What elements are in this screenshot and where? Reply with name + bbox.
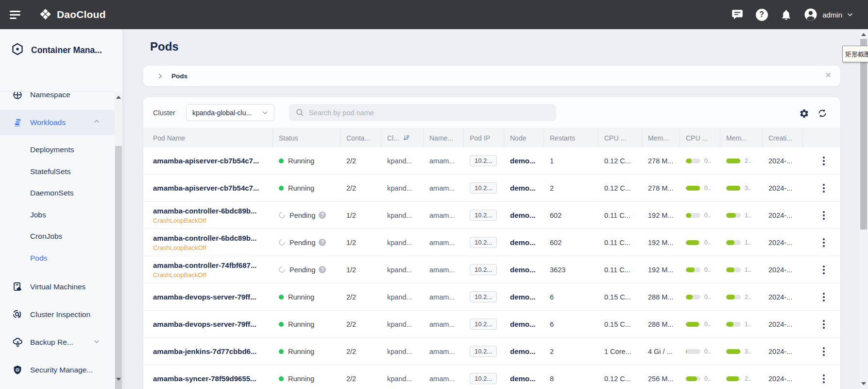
search-input[interactable] bbox=[309, 109, 549, 117]
pod-name-link[interactable]: amamba-controller-6bdc89b... bbox=[153, 207, 256, 215]
table-settings-gear-icon[interactable] bbox=[798, 107, 810, 119]
column-header: Conta... bbox=[340, 128, 381, 147]
node-link[interactable]: demo... bbox=[510, 347, 536, 355]
sort-icon[interactable] bbox=[403, 134, 410, 141]
row-actions-button[interactable] bbox=[821, 182, 827, 194]
node-link[interactable]: demo... bbox=[510, 320, 536, 328]
sidebar-item-pods[interactable]: Pods bbox=[0, 248, 115, 269]
sidebar-item-virtual-machines[interactable]: Virtual Machines bbox=[0, 273, 115, 301]
pod-name-link[interactable]: amamba-devops-server-79ff... bbox=[153, 320, 256, 328]
status-running-dot bbox=[279, 322, 284, 327]
pod-ip-chip[interactable]: 10.2... bbox=[470, 346, 497, 357]
column-header: Mem... bbox=[642, 128, 680, 147]
row-actions-button[interactable] bbox=[821, 236, 827, 249]
actions-cell bbox=[803, 229, 839, 256]
page-scrollbar[interactable] bbox=[859, 29, 868, 389]
pod-ip-chip[interactable]: 10.2... bbox=[470, 182, 497, 194]
table-row: amamba-syncer-78f59d9655...Running2/2kpa… bbox=[143, 365, 840, 389]
sidebar-item-security-management[interactable]: Security Manage... bbox=[0, 356, 115, 384]
pod-ip-chip[interactable]: 10.2... bbox=[470, 264, 497, 275]
pod-name-link[interactable]: amamba-devops-server-79ff... bbox=[153, 293, 256, 301]
mem-request-cell: 278 M... bbox=[642, 175, 680, 201]
status-help-icon[interactable]: ? bbox=[319, 212, 326, 219]
pod-ip-chip[interactable]: 10.2... bbox=[470, 237, 497, 248]
pod-name-link[interactable]: amamba-apiserver-cb7b54c7... bbox=[153, 184, 259, 192]
node-link[interactable]: demo... bbox=[510, 157, 536, 165]
scroll-down-icon[interactable] bbox=[859, 380, 868, 388]
status-pending-spinner bbox=[277, 238, 286, 247]
daocloud-logo-icon: ❖ bbox=[39, 7, 52, 22]
pod-ip-chip[interactable]: 10.2... bbox=[470, 291, 497, 302]
notifications-bell-icon[interactable] bbox=[779, 8, 793, 21]
chevron-down-icon bbox=[262, 109, 268, 116]
row-actions-button[interactable] bbox=[821, 291, 827, 303]
scroll-down-icon[interactable] bbox=[115, 375, 122, 383]
cpu-request-cell: 0.11 C... bbox=[598, 202, 642, 229]
status-help-icon[interactable]: ? bbox=[319, 266, 326, 273]
node-link[interactable]: demo... bbox=[510, 293, 536, 301]
sidebar-scrollbar[interactable] bbox=[115, 92, 122, 389]
sidebar-item-backup-restore[interactable]: Backup Re... bbox=[0, 328, 115, 356]
pod-alert-label: CrashLoopBackOff bbox=[153, 217, 256, 224]
actions-cell bbox=[803, 338, 839, 365]
pod-name-link[interactable]: amamba-controller-74fbf687... bbox=[153, 261, 256, 269]
sidebar-item-workloads[interactable]: Workloads bbox=[0, 110, 115, 135]
backup-restore-icon bbox=[12, 336, 23, 348]
pod-name-link[interactable]: amamba-apiserver-cb7b54c7... bbox=[153, 157, 259, 165]
row-actions-button[interactable] bbox=[821, 345, 827, 358]
breadcrumb[interactable]: Pods bbox=[171, 72, 187, 80]
cluster-cell: kpand... bbox=[381, 311, 424, 337]
node-link[interactable]: demo... bbox=[510, 211, 536, 219]
status-help-icon[interactable]: ? bbox=[319, 239, 326, 246]
sidebar-item-namespace[interactable]: Namespace bbox=[0, 92, 115, 105]
user-menu[interactable]: admin bbox=[803, 7, 853, 22]
sidebar-item-statefulsets[interactable]: StatefulSets bbox=[0, 161, 115, 183]
sidebar-item-daemonsets[interactable]: DaemonSets bbox=[0, 182, 115, 204]
sidebar-item-cluster-inspection[interactable]: Cluster Inspection bbox=[0, 301, 115, 328]
containers-cell: 2/2 bbox=[340, 283, 381, 310]
scroll-up-icon[interactable] bbox=[115, 93, 122, 101]
row-actions-button[interactable] bbox=[821, 155, 827, 167]
pod-ip-chip[interactable]: 10.2... bbox=[470, 373, 497, 384]
cluster-select[interactable]: kpanda-global-clu... bbox=[186, 104, 274, 121]
sidebar-scrollbar-thumb[interactable] bbox=[115, 146, 122, 389]
node-link[interactable]: demo... bbox=[510, 265, 536, 274]
pod-name-link[interactable]: amamba-syncer-78f59d9655... bbox=[153, 374, 256, 383]
sidebar-item-jobs[interactable]: Jobs bbox=[0, 204, 115, 226]
pod-name-link[interactable]: amamba-controller-6bdc89b... bbox=[153, 234, 256, 242]
row-actions-button[interactable] bbox=[821, 318, 827, 331]
column-header: Status bbox=[273, 128, 340, 147]
mem-request-cell: 288 M... bbox=[642, 283, 680, 310]
column-header: Node bbox=[504, 128, 544, 147]
table-row: amamba-controller-6bdc89b...CrashLoopBac… bbox=[143, 229, 840, 256]
cluster-inspection-icon bbox=[12, 309, 23, 320]
cpu-usage-cell: 0.. bbox=[680, 256, 720, 283]
pod-search[interactable] bbox=[289, 104, 556, 121]
row-actions-button[interactable] bbox=[821, 372, 827, 385]
close-icon[interactable]: ✕ bbox=[825, 71, 832, 80]
node-link[interactable]: demo... bbox=[510, 374, 536, 383]
node-link[interactable]: demo... bbox=[510, 184, 536, 192]
sidebar-item-cronjobs[interactable]: CronJobs bbox=[0, 226, 115, 248]
pod-ip-chip[interactable]: 10.2... bbox=[470, 155, 497, 166]
pod-ip-chip[interactable]: 10.2... bbox=[470, 318, 497, 330]
containers-cell: 2/2 bbox=[340, 147, 381, 174]
sidebar-item-permissions[interactable]: Permissions bbox=[0, 384, 115, 389]
row-actions-button[interactable] bbox=[821, 264, 827, 276]
sidebar-item-deployments[interactable]: Deployments bbox=[0, 139, 115, 161]
pod-name-link[interactable]: amamba-jenkins-7d77cbbd6... bbox=[153, 347, 256, 355]
chevron-right-icon[interactable] bbox=[156, 72, 164, 80]
menu-toggle-icon[interactable] bbox=[10, 9, 21, 20]
messages-icon[interactable] bbox=[731, 8, 744, 21]
row-actions-button[interactable] bbox=[821, 209, 827, 222]
node-link[interactable]: demo... bbox=[510, 238, 536, 247]
pod-ip-chip[interactable]: 10.2... bbox=[470, 210, 497, 221]
scroll-up-icon[interactable] bbox=[859, 31, 868, 38]
chevron-down-icon bbox=[93, 338, 100, 347]
page-scrollbar-thumb[interactable] bbox=[860, 39, 867, 230]
refresh-icon[interactable] bbox=[817, 107, 828, 119]
module-header[interactable]: Container Mana... bbox=[0, 36, 122, 64]
column-header: Pod IP bbox=[464, 128, 504, 147]
cpu-usage-bar bbox=[686, 213, 700, 218]
help-icon[interactable]: ? bbox=[755, 8, 768, 21]
